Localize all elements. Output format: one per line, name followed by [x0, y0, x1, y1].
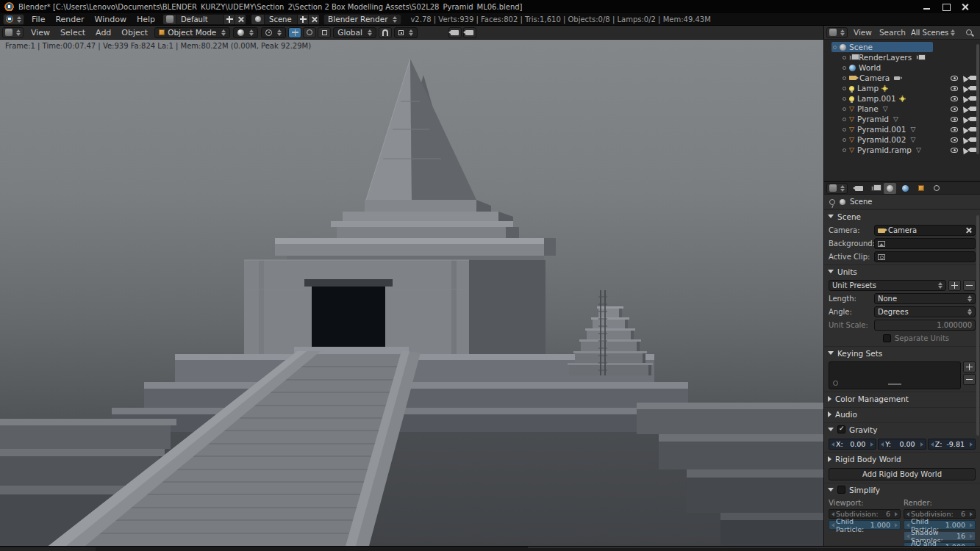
panel-scene-header[interactable]: Scene	[824, 210, 980, 223]
delete-scene-button[interactable]	[308, 15, 319, 24]
tab-render-layers[interactable]	[868, 183, 881, 194]
panel-gravity-header[interactable]: Gravity	[824, 423, 980, 436]
editor-type-button-properties[interactable]	[826, 183, 848, 194]
outliner-item-renderlayers[interactable]: RenderLayers	[824, 52, 980, 62]
visibility-toggle-eye-icon[interactable]	[951, 148, 958, 153]
transform-orientation-select[interactable]: Global	[333, 27, 376, 38]
menu-window[interactable]: Window	[90, 15, 132, 24]
add-layout-button[interactable]	[223, 15, 235, 24]
menu-file[interactable]: File	[26, 15, 50, 24]
panel-simplify-header[interactable]: Simplify	[824, 483, 980, 496]
minimize-icon[interactable]	[923, 3, 931, 10]
properties-scrollbar[interactable]	[976, 215, 979, 436]
angle-select[interactable]: Degrees	[874, 306, 976, 317]
visibility-toggle-eye-icon[interactable]	[951, 117, 958, 122]
expand-dot-icon[interactable]	[843, 107, 846, 111]
delete-layout-button[interactable]	[235, 15, 246, 24]
expand-dot-icon[interactable]	[833, 46, 837, 49]
panel-rigid-body-world-header[interactable]: Rigid Body World	[824, 453, 980, 465]
snap-toggle-button[interactable]	[379, 27, 392, 38]
outliner-item-pyramid-002[interactable]: Pyramid.002	[824, 134, 980, 145]
increment-icon[interactable]	[970, 523, 973, 527]
separate-units-checkbox[interactable]	[883, 334, 891, 342]
decrement-icon[interactable]	[906, 534, 909, 539]
outliner-item-lamp-001[interactable]: Lamp.001	[824, 93, 980, 104]
outliner-item-pyramid-001[interactable]: Pyramid.001	[824, 124, 980, 134]
gravity-z-field[interactable]: Z: -9.81	[928, 439, 976, 450]
render-toggle-camera-icon[interactable]	[970, 117, 976, 121]
render-toggle-camera-icon[interactable]	[970, 96, 976, 101]
keying-sets-list[interactable]	[829, 361, 961, 389]
close-icon[interactable]	[961, 3, 970, 10]
editor-type-button-info[interactable]	[3, 14, 24, 25]
outliner-item-camera[interactable]: Camera	[824, 73, 980, 83]
opengl-render-button[interactable]	[448, 27, 462, 38]
add-keying-set-button[interactable]	[963, 361, 976, 372]
snap-element-select[interactable]	[394, 27, 418, 38]
increment-icon[interactable]	[870, 442, 873, 447]
outliner-item-plane[interactable]: Plane	[824, 104, 980, 114]
decrement-icon[interactable]	[931, 442, 934, 447]
increment-icon[interactable]	[970, 534, 973, 539]
increment-icon[interactable]	[970, 512, 973, 516]
decrement-icon[interactable]	[906, 512, 909, 516]
gravity-y-field[interactable]: Y: 0.00	[878, 439, 926, 450]
panel-keying-sets-header[interactable]: Keying Sets	[824, 347, 980, 359]
expand-dot-icon[interactable]	[843, 118, 846, 121]
render-toggle-camera-icon[interactable]	[970, 148, 976, 152]
manipulator-rotate-button[interactable]	[303, 27, 316, 38]
visibility-toggle-eye-icon[interactable]	[951, 137, 958, 143]
editor-type-button-3dview[interactable]	[2, 27, 24, 38]
pin-icon[interactable]	[829, 199, 835, 205]
active-clip-field[interactable]	[874, 251, 976, 262]
simplify-child-particle-viewport-field[interactable]: Child Particle: 1.000	[829, 520, 901, 530]
expand-dot-icon[interactable]	[843, 66, 846, 70]
menu-view[interactable]: View	[26, 28, 55, 37]
visibility-toggle-eye-icon[interactable]	[951, 127, 958, 132]
expand-dot-icon[interactable]	[843, 87, 846, 90]
render-toggle-camera-icon[interactable]	[970, 76, 976, 80]
menu-render[interactable]: Render	[50, 15, 89, 24]
render-toggle-camera-icon[interactable]	[970, 86, 976, 90]
outliner-item-lamp[interactable]: Lamp	[824, 83, 980, 93]
background-field[interactable]	[874, 238, 976, 249]
gravity-checkbox[interactable]	[837, 425, 845, 433]
tab-scene[interactable]	[884, 183, 896, 194]
timeline-strip[interactable]	[0, 546, 980, 551]
decrement-icon[interactable]	[881, 442, 884, 447]
opengl-render-anim-button[interactable]	[463, 27, 476, 38]
increment-icon[interactable]	[970, 442, 973, 447]
render-toggle-camera-icon[interactable]	[970, 137, 976, 142]
gravity-x-field[interactable]: X: 0.00	[829, 439, 876, 450]
expand-dot-icon[interactable]	[843, 128, 846, 132]
render-toggle-camera-icon[interactable]	[970, 127, 976, 132]
visibility-toggle-eye-icon[interactable]	[951, 107, 958, 112]
scene-selector-value[interactable]: Scene	[265, 15, 297, 24]
manipulator-scale-button[interactable]	[318, 27, 331, 38]
outliner-menu-view[interactable]: View	[850, 28, 876, 37]
add-preset-button[interactable]	[948, 280, 961, 291]
panel-units-header[interactable]: Units	[824, 265, 980, 278]
expand-dot-icon[interactable]	[843, 56, 846, 60]
outliner-item-scene[interactable]: Scene	[824, 42, 980, 52]
expand-dot-icon[interactable]	[843, 97, 846, 101]
pivot-point-select[interactable]	[261, 27, 286, 38]
add-scene-button[interactable]	[297, 15, 308, 24]
camera-field[interactable]: Camera	[874, 225, 976, 236]
viewport-shading-select[interactable]	[233, 27, 258, 38]
decrement-icon[interactable]	[831, 523, 834, 527]
remove-preset-button[interactable]	[963, 280, 976, 291]
remove-keying-set-button[interactable]	[963, 374, 976, 385]
increment-icon[interactable]	[895, 512, 898, 516]
decrement-icon[interactable]	[831, 442, 834, 447]
tab-render[interactable]	[853, 183, 865, 194]
menu-select[interactable]: Select	[55, 28, 90, 37]
editor-type-button-outliner[interactable]	[826, 27, 848, 38]
increment-icon[interactable]	[920, 442, 923, 447]
screen-layout-value[interactable]: Default	[176, 15, 223, 24]
tab-physics[interactable]	[930, 183, 943, 194]
outliner-item-pyramid[interactable]: Pyramid	[824, 114, 980, 124]
expand-dot-icon[interactable]	[843, 148, 846, 152]
render-engine-select[interactable]: Blender Render	[323, 14, 401, 25]
visibility-toggle-eye-icon[interactable]	[951, 76, 958, 81]
